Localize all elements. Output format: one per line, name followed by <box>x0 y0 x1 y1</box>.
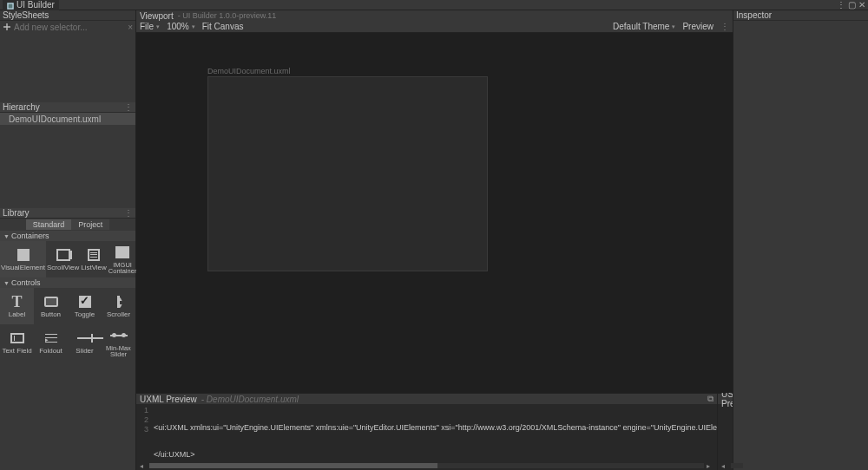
library-menu-icon[interactable]: ⋮ <box>124 208 133 218</box>
scroll-left-icon[interactable]: ◂ <box>721 462 728 470</box>
viewport-zoom[interactable]: 100%▾ <box>167 22 195 31</box>
viewport-file-menu[interactable]: File▾ <box>140 22 160 31</box>
uxml-preview-title: UXML Preview <box>140 395 197 404</box>
hierarchy-menu-icon[interactable]: ⋮ <box>124 102 133 112</box>
viewport-preview-toggle[interactable]: Preview <box>682 22 713 31</box>
add-selector-input[interactable] <box>14 23 125 32</box>
code-line: </ui:UXML> <box>154 450 717 460</box>
library-tab-standard[interactable]: Standard <box>26 219 72 230</box>
titlebar: UI Builder ⋮ ▢ ✕ <box>0 0 868 10</box>
slider-icon <box>76 330 95 346</box>
app-tab[interactable]: UI Builder <box>3 0 59 10</box>
viewport-theme-dropdown[interactable]: Default Theme▾ <box>613 22 675 31</box>
button-icon <box>42 294 61 310</box>
code-gutter: 1 2 3 <box>136 404 152 461</box>
library-category-containers-label: Containers <box>11 232 49 240</box>
viewport-toolbar: File▾ 100%▾ Fit Canvas Default Theme▾ Pr… <box>136 21 733 33</box>
library-item-visualelement[interactable]: VisualElement <box>0 241 46 277</box>
library-item-foldout[interactable]: Foldout <box>34 324 68 361</box>
viewport-title: Viewport <box>140 11 174 21</box>
visualelement-icon <box>14 247 33 263</box>
plus-icon[interactable] <box>3 23 11 31</box>
uxml-hscrollbar[interactable]: ◂ ▸ <box>136 461 717 470</box>
library-item-textfield[interactable]: Text Field <box>0 324 34 361</box>
viewport-subtitle: - UI Builder 1.0.0-preview.11 <box>178 11 277 20</box>
library-category-containers[interactable]: ▼ Containers <box>0 231 135 241</box>
library-item-slider[interactable]: Slider <box>68 324 102 361</box>
foldout-arrow-icon: ▼ <box>3 233 10 239</box>
minmaxslider-icon <box>109 328 128 343</box>
library-item-label[interactable]: T Label <box>0 288 34 324</box>
uxml-preview-sub: - DemoUIDocument.uxml <box>201 395 299 404</box>
hierarchy-root-item[interactable]: DemoUIDocument.uxml <box>0 113 135 125</box>
inspector-body <box>733 21 868 470</box>
scroll-thumb[interactable] <box>149 463 437 468</box>
listview-icon <box>84 247 103 263</box>
inspector-header: Inspector <box>733 10 868 21</box>
scroll-left-icon[interactable]: ◂ <box>140 462 147 470</box>
label-icon: T <box>8 294 27 310</box>
hierarchy-root-label: DemoUIDocument.uxml <box>9 114 101 124</box>
ui-builder-icon <box>7 2 14 9</box>
canvas-doc-label: DemoUIDocument.uxml <box>207 67 291 75</box>
scroll-track[interactable] <box>731 463 743 468</box>
app-tab-label: UI Builder <box>16 0 55 10</box>
hierarchy-title: Hierarchy <box>3 102 40 112</box>
code-line: <ui:UXML xmlns:ui="UnityEngine.UIElement… <box>154 423 717 433</box>
library-item-listview[interactable]: ListView <box>80 241 108 277</box>
canvas-document[interactable] <box>207 76 488 271</box>
viewport-menu-icon[interactable]: ⋮ <box>720 22 729 31</box>
hierarchy-header: Hierarchy ⋮ <box>0 102 135 113</box>
library-item-scroller[interactable]: ▲▼ Scroller <box>102 288 135 324</box>
library-header: Library ⋮ <box>0 208 135 219</box>
stylesheets-body <box>0 33 135 102</box>
library-item-minmaxslider[interactable]: Min-Max Slider <box>102 324 135 361</box>
stylesheets-title: StyleSheets <box>3 10 49 20</box>
textfield-icon <box>8 330 27 346</box>
library-item-toggle[interactable]: Toggle <box>68 288 102 324</box>
library-item-button[interactable]: Button <box>34 288 68 324</box>
popout-icon[interactable]: ⧉ <box>707 394 713 404</box>
scroll-right-icon[interactable]: ▸ <box>707 462 713 470</box>
library-title: Library <box>3 208 30 218</box>
window-maximize-icon[interactable]: ▢ <box>848 2 855 9</box>
toggle-icon <box>76 294 95 310</box>
viewport-fit-canvas[interactable]: Fit Canvas <box>202 22 244 31</box>
window-close-icon[interactable]: ✕ <box>858 2 865 9</box>
foldout-arrow-icon: ▼ <box>3 280 10 286</box>
library-category-controls-label: Controls <box>11 278 41 287</box>
imgui-icon <box>113 245 132 260</box>
uxml-code[interactable]: 1 2 3 <ui:UXML xmlns:ui="UnityEngine.UIE… <box>136 404 717 461</box>
clear-icon[interactable]: × <box>128 23 133 32</box>
library-category-controls[interactable]: ▼ Controls <box>0 277 135 288</box>
stylesheets-header: StyleSheets <box>0 10 135 21</box>
library-item-scrollview[interactable]: ScrollView <box>46 241 80 277</box>
scroll-track[interactable] <box>149 463 704 468</box>
viewport-canvas[interactable]: DemoUIDocument.uxml <box>136 33 733 393</box>
foldout-icon <box>42 330 61 346</box>
library-tab-project[interactable]: Project <box>71 219 109 230</box>
scrollview-icon <box>54 247 73 263</box>
window-menu-icon[interactable]: ⋮ <box>838 2 845 9</box>
scroller-icon: ▲▼ <box>109 294 128 310</box>
inspector-title: Inspector <box>736 10 772 20</box>
hierarchy-body: DemoUIDocument.uxml <box>0 113 135 208</box>
library-item-imgui[interactable]: IMGUI Container <box>108 241 138 277</box>
